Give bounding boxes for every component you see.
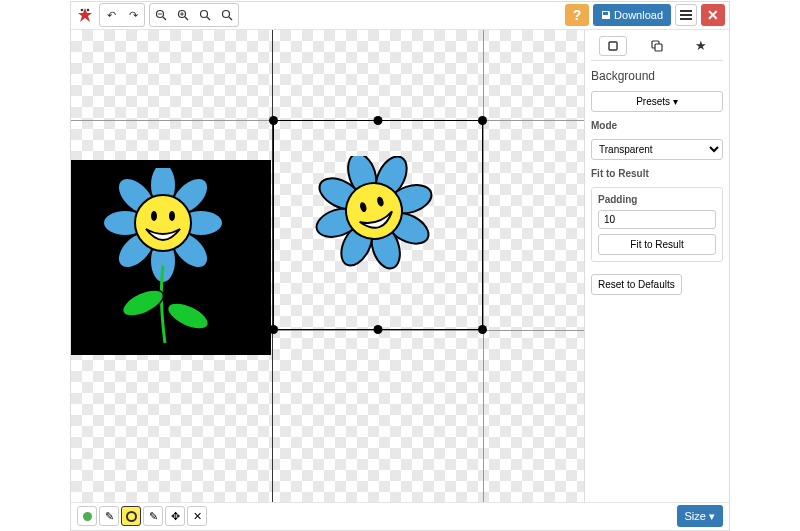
zoom-fit-button[interactable]	[195, 5, 215, 25]
guide-vertical	[483, 30, 484, 502]
add-mark-button[interactable]	[77, 506, 97, 526]
crop-handle-tr[interactable]	[478, 116, 487, 125]
padding-label: Padding	[598, 194, 716, 205]
tab-background[interactable]	[599, 36, 627, 56]
eraser-icon: ✎	[105, 510, 114, 523]
undo-button[interactable]: ↶	[101, 5, 121, 25]
main-area: ★ Background Presets ▾ Mode Transparent …	[71, 30, 729, 502]
highlight-button[interactable]	[121, 506, 141, 526]
bottom-toolbar: ✎ ✎ ✥ ✕ Size ▾	[71, 502, 729, 530]
svg-line-4	[163, 17, 166, 20]
help-button[interactable]: ?	[565, 4, 589, 26]
tab-favorites[interactable]: ★	[687, 36, 715, 56]
canvas[interactable]	[71, 30, 584, 502]
app-logo-icon	[75, 5, 95, 25]
size-button[interactable]: Size ▾	[677, 505, 723, 527]
yellow-circle-icon	[126, 511, 137, 522]
zoom-out-button[interactable]	[151, 5, 171, 25]
crop-handle-bl[interactable]	[269, 325, 278, 334]
background-section-title: Background	[591, 69, 723, 83]
flower-result-icon	[314, 156, 444, 276]
svg-point-2	[87, 9, 90, 12]
remove-button[interactable]: ✕	[187, 506, 207, 526]
download-label: Download	[614, 9, 663, 21]
tab-layers[interactable]	[643, 36, 671, 56]
mode-label: Mode	[591, 120, 723, 131]
svg-line-11	[207, 17, 210, 20]
svg-point-22	[135, 195, 191, 251]
padding-input[interactable]	[598, 210, 716, 229]
redo-button[interactable]: ↷	[123, 5, 143, 25]
fit-fieldset: Padding Fit to Result	[591, 187, 723, 262]
copy-single-icon	[606, 39, 620, 53]
svg-point-1	[81, 9, 84, 12]
sidebar: ★ Background Presets ▾ Mode Transparent …	[584, 30, 729, 502]
presets-button[interactable]: Presets ▾	[591, 91, 723, 112]
svg-point-12	[223, 11, 230, 18]
reset-defaults-button[interactable]: Reset to Defaults	[591, 274, 682, 295]
crop-box[interactable]	[273, 120, 483, 330]
close-button[interactable]: ✕	[701, 4, 725, 26]
svg-line-13	[229, 17, 232, 20]
brush-button[interactable]: ✎	[143, 506, 163, 526]
fit-button[interactable]: Fit to Result	[598, 234, 716, 255]
download-button[interactable]: Download	[593, 4, 671, 26]
undo-redo-group: ↶ ↷	[99, 3, 145, 27]
flower-original-icon	[93, 168, 248, 353]
zoom-actual-button[interactable]	[217, 5, 237, 25]
svg-point-10	[201, 11, 208, 18]
app-window: ↶ ↷ ? Download ✕	[70, 1, 730, 531]
crop-handle-tm[interactable]	[374, 116, 383, 125]
crop-handle-bm[interactable]	[374, 325, 383, 334]
green-dot-icon	[83, 512, 92, 521]
svg-rect-40	[655, 44, 662, 51]
svg-marker-0	[78, 8, 92, 22]
crop-handle-br[interactable]	[478, 325, 487, 334]
mode-select[interactable]: Transparent	[591, 139, 723, 160]
zoom-in-button[interactable]	[173, 5, 193, 25]
crop-handle-tl[interactable]	[269, 116, 278, 125]
move-button[interactable]: ✥	[165, 506, 185, 526]
svg-rect-38	[609, 42, 617, 50]
svg-point-24	[169, 211, 175, 221]
svg-point-25	[119, 284, 167, 321]
svg-point-26	[164, 297, 212, 334]
sidebar-tabs: ★	[591, 36, 723, 61]
top-toolbar: ↶ ↷ ? Download ✕	[71, 2, 729, 30]
svg-line-7	[185, 17, 188, 20]
copy-stack-icon	[650, 39, 664, 53]
erase-mark-button[interactable]: ✎	[99, 506, 119, 526]
fit-title: Fit to Result	[591, 168, 723, 179]
brush-icon: ✎	[149, 510, 158, 523]
zoom-group	[149, 3, 239, 27]
svg-point-23	[151, 211, 157, 221]
original-image	[71, 160, 271, 355]
save-icon	[601, 10, 611, 20]
menu-button[interactable]	[675, 4, 697, 26]
